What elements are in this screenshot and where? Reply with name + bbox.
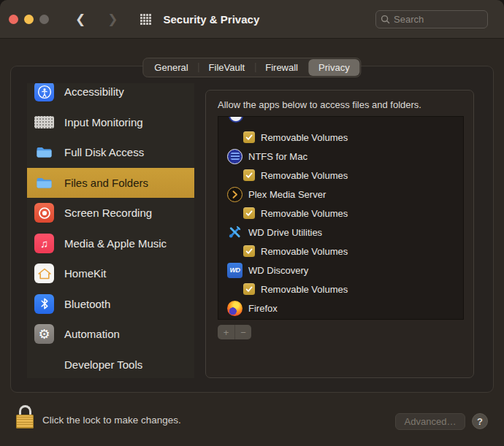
lock-body <box>16 415 34 428</box>
sidebar-item-label: Screen Recording <box>64 207 152 219</box>
lock-hint-text: Click the lock to make changes. <box>42 415 181 426</box>
permission-label: Removable Volumes <box>261 170 348 181</box>
add-remove-group: + − <box>218 325 251 339</box>
sidebar-item-label: HomeKit <box>64 267 107 280</box>
sidebar-item-label: Accessibility <box>64 85 124 98</box>
clipped-app-icon <box>229 116 243 123</box>
check-icon <box>245 247 253 255</box>
window-title: Security & Privacy <box>164 13 260 26</box>
app-name: Firefox <box>248 303 278 314</box>
permission-checkbox[interactable] <box>243 207 255 219</box>
permission-row: Removable Volumes <box>218 128 463 147</box>
sidebar-item-label: Full Disk Access <box>64 146 144 158</box>
forward-button: ❯ <box>102 10 123 28</box>
permission-checkbox[interactable] <box>243 131 255 143</box>
permission-checkbox[interactable] <box>243 169 255 181</box>
sidebar-item-homekit[interactable]: HomeKit <box>27 258 194 289</box>
app-row-plex-media-server[interactable]: Plex Media Server <box>218 185 463 204</box>
app-name: WD Drive Utilities <box>248 227 322 238</box>
permission-row: Removable Volumes <box>218 280 463 299</box>
firefox-icon <box>227 301 243 316</box>
permission-label: Removable Volumes <box>261 246 348 257</box>
permission-row: Removable Volumes <box>218 166 463 185</box>
app-name: WD Discovery <box>248 265 308 276</box>
app-permission-list[interactable]: Removable Volumes NTFS for Mac Removable… <box>218 116 464 320</box>
advanced-button[interactable]: Advanced… <box>395 413 465 430</box>
permission-checkbox[interactable] <box>243 245 255 257</box>
gear-icon: ⚙ <box>34 324 54 344</box>
privacy-sidebar: Accessibility Input Monitoring Full Disk… <box>27 83 194 378</box>
wd-discovery-icon: WD <box>227 263 243 278</box>
tab-filevault[interactable]: FileVault <box>199 59 256 76</box>
clipped-app-row <box>218 117 463 128</box>
close-button[interactable] <box>9 15 18 24</box>
sidebar-item-accessibility[interactable]: Accessibility <box>27 83 194 107</box>
app-row-firefox[interactable]: Firefox <box>218 299 463 318</box>
plex-icon <box>227 187 243 202</box>
search-placeholder: Search <box>394 14 424 25</box>
sidebar-item-full-disk-access[interactable]: Full Disk Access <box>27 137 194 168</box>
titlebar: ❮ ❯ Security & Privacy Search <box>0 0 504 39</box>
tab-firewall[interactable]: Firewall <box>255 59 308 76</box>
tab-bar: GeneralFileVaultFirewallPrivacy <box>142 58 361 77</box>
music-note-icon: ♫ <box>34 234 54 253</box>
tab-general[interactable]: General <box>144 59 198 76</box>
sidebar-item-developer-tools[interactable]: Developer Tools <box>27 350 194 379</box>
remove-app-button[interactable]: − <box>234 325 251 339</box>
app-row-wd-drive-utilities[interactable]: WD Drive Utilities <box>218 223 463 242</box>
screen-recording-icon <box>34 203 54 223</box>
add-app-button[interactable]: + <box>218 325 234 339</box>
check-icon <box>245 209 253 218</box>
check-icon <box>245 285 253 293</box>
security-privacy-window: ❮ ❯ Security & Privacy Search GeneralFil… <box>0 0 504 446</box>
search-input[interactable]: Search <box>375 10 488 28</box>
panel-header: Allow the apps below to access files and… <box>218 99 421 110</box>
zoom-button-disabled <box>39 15 49 24</box>
sidebar-item-label: Files and Folders <box>64 177 148 189</box>
check-icon <box>245 133 253 142</box>
permission-row: Removable Volumes <box>218 204 463 223</box>
wd-drive-utilities-icon <box>227 225 243 240</box>
app-name: Plex Media Server <box>248 189 326 200</box>
search-icon <box>381 15 390 24</box>
sidebar-item-bluetooth[interactable]: Bluetooth <box>27 289 194 320</box>
sidebar-item-label: Bluetooth <box>64 298 110 310</box>
home-icon <box>34 264 54 283</box>
folder-icon <box>34 173 54 193</box>
permission-label: Removable Volumes <box>261 284 348 295</box>
lock-icon[interactable] <box>16 405 34 431</box>
sidebar-item-label: Automation <box>64 328 120 340</box>
app-row-ntfs-for-mac[interactable]: NTFS for Mac <box>218 147 463 166</box>
show-all-grid-icon[interactable] <box>140 14 153 24</box>
permission-label: Removable Volumes <box>261 132 348 143</box>
sidebar-item-input-monitoring[interactable]: Input Monitoring <box>27 107 194 138</box>
sidebar-item-screen-recording[interactable]: Screen Recording <box>27 198 194 228</box>
app-row-wd-discovery[interactable]: WD WD Discovery <box>218 261 463 280</box>
help-button[interactable]: ? <box>472 413 488 429</box>
content-box: Accessibility Input Monitoring Full Disk… <box>10 66 494 393</box>
check-icon <box>245 171 253 180</box>
sidebar-item-files-and-folders[interactable]: Files and Folders <box>27 168 194 199</box>
permission-row: Removable Volumes <box>218 242 463 261</box>
permission-checkbox[interactable] <box>243 283 255 295</box>
tab-privacy[interactable]: Privacy <box>308 59 360 76</box>
sidebar-item-label: Media & Apple Music <box>64 237 167 250</box>
keyboard-icon <box>34 112 54 132</box>
back-button[interactable]: ❮ <box>69 10 91 28</box>
sidebar-item-media-apple-music[interactable]: ♫ Media & Apple Music <box>27 228 194 259</box>
sidebar-item-label: Developer Tools <box>64 358 142 371</box>
sidebar-item-automation[interactable]: ⚙ Automation <box>27 319 194 350</box>
files-folders-panel: Allow the apps below to access files and… <box>205 90 474 378</box>
sidebar-item-label: Input Monitoring <box>64 116 143 128</box>
accessibility-icon <box>34 83 54 101</box>
folder-icon <box>34 142 54 162</box>
app-name: NTFS for Mac <box>248 151 308 162</box>
bluetooth-icon <box>34 294 54 314</box>
permission-label: Removable Volumes <box>261 208 348 219</box>
traffic-lights <box>9 15 49 24</box>
ntfs-disk-icon <box>227 149 243 164</box>
minimize-button[interactable] <box>24 15 34 24</box>
footer: Click the lock to make changes. Advanced… <box>0 392 504 446</box>
